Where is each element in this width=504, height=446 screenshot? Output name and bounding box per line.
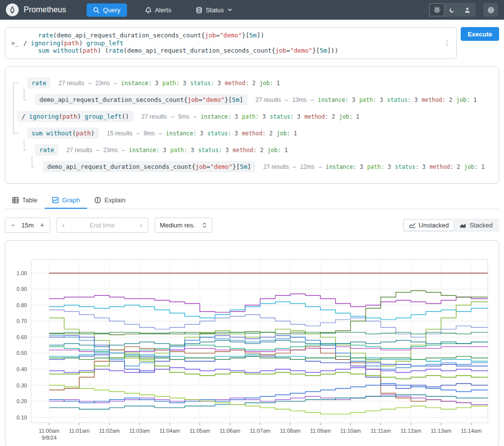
graph-controls: − 15m + ‹ End time › Medium res. Unstack… — [5, 218, 499, 233]
tree-node-expression[interactable]: demo_api_request_duration_seconds_count{… — [43, 161, 255, 172]
chevron-down-icon — [227, 7, 232, 12]
person-icon — [464, 7, 471, 13]
stacking-toggle: Unstacked Stacked — [403, 219, 499, 232]
svg-text:11:00am: 11:00am — [39, 428, 60, 434]
svg-text:0.90: 0.90 — [17, 286, 27, 292]
theme-light-button[interactable] — [429, 3, 444, 16]
brand[interactable]: Prometheus — [6, 3, 66, 16]
execute-button[interactable]: Execute — [461, 27, 499, 41]
svg-text:0.20: 0.20 — [17, 398, 27, 404]
nav-item-status[interactable]: Status — [189, 3, 239, 17]
tree-node-stats: 27 results–12ms–instance: 3path: 3status… — [263, 163, 485, 170]
stacked-label: Stacked — [470, 222, 493, 229]
query-row: >_ rate(demo_api_request_duration_second… — [5, 27, 499, 59]
svg-text:11:12am: 11:12am — [401, 428, 421, 434]
svg-text:9/8/24: 9/8/24 — [41, 435, 57, 441]
chart-series-line — [49, 310, 488, 337]
tree-row[interactable]: demo_api_request_duration_seconds_count{… — [12, 92, 492, 108]
brand-name: Prometheus — [24, 5, 66, 14]
unstacked-button[interactable]: Unstacked — [404, 220, 454, 231]
svg-text:0.40: 0.40 — [17, 366, 27, 372]
range-increase-button[interactable]: + — [40, 221, 44, 229]
tree-row[interactable]: rate27 results–23ms–instance: 3path: 3st… — [12, 75, 492, 92]
svg-text:11:03am: 11:03am — [129, 428, 150, 434]
svg-text:11:02am: 11:02am — [99, 428, 120, 434]
tree-node-expression[interactable]: sum without(path) — [27, 127, 99, 139]
svg-text:11:04am: 11:04am — [159, 428, 180, 434]
tab-graph[interactable]: Graph — [45, 191, 87, 209]
theme-dark-button[interactable] — [444, 3, 460, 16]
nav-item-query-label: Query — [103, 6, 120, 14]
query-editor[interactable]: >_ rate(demo_api_request_duration_second… — [5, 27, 457, 59]
moon-icon — [449, 7, 455, 13]
search-icon — [93, 7, 99, 13]
tab-table[interactable]: Table — [5, 191, 45, 209]
range-value[interactable]: 15m — [21, 222, 33, 229]
tree-node-stats: 27 results–13ms–instance: 3path: 3status… — [255, 96, 477, 103]
tab-table-label: Table — [22, 196, 37, 204]
nav-item-alerts-label: Alerts — [155, 6, 171, 14]
table-icon — [12, 197, 19, 203]
tree-row[interactable]: sum without(path)15 results–9ms–instance… — [12, 125, 492, 142]
prompt-icon: >_ — [11, 32, 18, 55]
tree-rows: rate27 results–23ms–instance: 3path: 3st… — [12, 75, 492, 175]
bell-icon — [145, 7, 152, 13]
theme-auto-button[interactable] — [460, 3, 475, 16]
unstacked-chart-icon — [409, 222, 415, 228]
svg-text:11:01am: 11:01am — [69, 428, 90, 434]
result-tabs: Table Graph Explain — [5, 191, 499, 209]
chart-series-line — [49, 395, 488, 409]
timeseries-chart[interactable]: 0.100.200.300.400.500.600.700.800.901.00… — [9, 247, 495, 444]
svg-text:0.50: 0.50 — [17, 350, 27, 356]
end-time-next-button[interactable]: › — [140, 222, 142, 229]
end-time-prev-button[interactable]: ‹ — [63, 222, 64, 229]
chart-series-line — [49, 353, 488, 361]
tree-node-expression[interactable]: rate — [27, 77, 51, 89]
svg-text:0.60: 0.60 — [17, 334, 27, 340]
resolution-value: Medium res. — [160, 222, 195, 229]
tab-explain[interactable]: Explain — [87, 191, 133, 209]
info-icon — [94, 197, 101, 203]
tree-row[interactable]: demo_api_request_duration_seconds_count{… — [12, 159, 492, 175]
query-tree-panel: rate27 results–23ms–instance: 3path: 3st… — [5, 66, 499, 184]
chart-series-line — [49, 367, 488, 372]
chart-series-line — [49, 332, 488, 334]
tab-explain-label: Explain — [104, 196, 126, 204]
svg-text:11:10am: 11:10am — [340, 428, 361, 434]
range-decrease-button[interactable]: − — [11, 221, 15, 229]
theme-toggle-group — [429, 3, 475, 17]
chart-series-line — [49, 356, 488, 359]
chart-series-line — [49, 340, 488, 347]
chart-series-line — [49, 335, 488, 369]
svg-text:11:08am: 11:08am — [280, 428, 301, 434]
query-expression-input[interactable]: rate(demo_api_request_duration_seconds_c… — [23, 32, 439, 55]
tree-node-stats: 15 results–9ms–instance: 3status: 3metho… — [107, 130, 297, 137]
chart-series-line — [49, 335, 488, 388]
svg-text:11:05am: 11:05am — [189, 428, 210, 434]
stacked-button[interactable]: Stacked — [454, 220, 498, 231]
settings-button[interactable] — [483, 3, 498, 17]
resolution-select[interactable]: Medium res. — [155, 218, 212, 233]
tree-node-expression[interactable]: / ignoring(path) group_left() — [17, 111, 133, 122]
chart-series-line — [49, 383, 488, 403]
svg-text:1.00: 1.00 — [17, 270, 27, 276]
nav-item-alerts[interactable]: Alerts — [139, 3, 178, 17]
chart-series-line — [49, 302, 488, 319]
graph-icon — [52, 197, 59, 203]
tree-row[interactable]: rate27 results–23ms–instance: 3path: 3st… — [12, 142, 492, 159]
range-selector: − 15m + — [5, 218, 50, 233]
svg-text:0.70: 0.70 — [17, 318, 27, 324]
end-time-placeholder: End time — [90, 222, 115, 229]
tree-node-stats: 27 results–5ms–instance: 3path: 3status:… — [141, 113, 359, 120]
tree-node-expression[interactable]: demo_api_request_duration_seconds_count{… — [35, 94, 248, 105]
nav-item-status-label: Status — [206, 6, 224, 14]
tree-node-expression[interactable]: rate — [35, 144, 59, 156]
svg-text:11:13am: 11:13am — [431, 428, 451, 434]
database-icon — [196, 7, 202, 13]
end-time-picker[interactable]: ‹ End time › — [57, 218, 148, 233]
editor-kebab-menu[interactable]: ⋮ — [443, 39, 450, 47]
tab-graph-label: Graph — [62, 196, 80, 204]
tree-row[interactable]: / ignoring(path) group_left()27 results–… — [12, 108, 492, 125]
svg-text:11:09am: 11:09am — [310, 428, 331, 434]
nav-item-query[interactable]: Query — [87, 3, 126, 17]
